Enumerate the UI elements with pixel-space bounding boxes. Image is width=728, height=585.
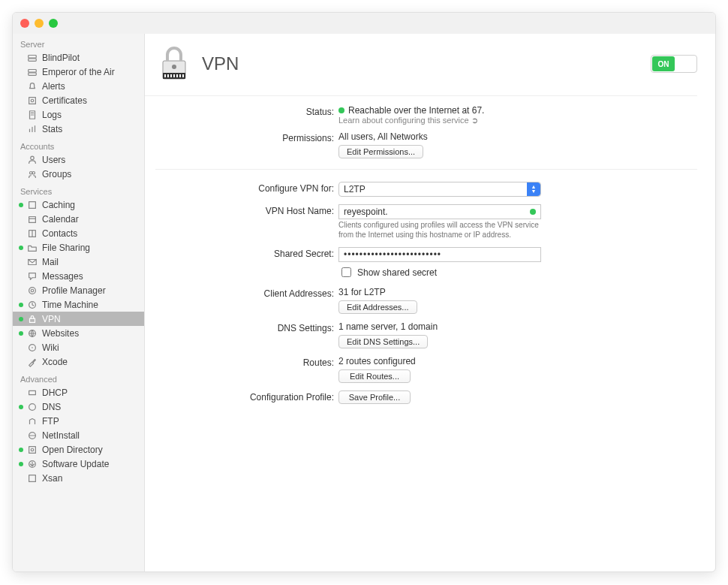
sidebar-item-netinstall[interactable]: NetInstall — [13, 428, 144, 442]
service-running-dot — [19, 405, 23, 409]
svg-rect-38 — [164, 74, 166, 77]
sidebar-item-xsan[interactable]: Xsan — [13, 471, 144, 485]
hostname-label: VPN Host Name: — [155, 204, 338, 240]
sidebar-item-softwareupdate[interactable]: Software Update — [13, 457, 144, 471]
sidebar-item-label: DNS — [42, 402, 61, 412]
hostname-input[interactable]: reyespoint. — [338, 204, 541, 219]
sidebar-item-opendirectory[interactable]: Open Directory — [13, 442, 144, 457]
sidebar-item-blindpilot[interactable]: BlindPilot — [13, 50, 144, 65]
server-app-window: ServerBlindPilotEmperor of the AirAlerts… — [12, 12, 716, 572]
sidebar-item-filesharing[interactable]: File Sharing — [13, 240, 144, 255]
show-shared-secret-checkbox[interactable] — [341, 267, 351, 277]
sidebar-item-label: NetInstall — [42, 430, 80, 441]
sidebar-item-label: Contacts — [42, 228, 77, 239]
sidebar-item-profilemgr[interactable]: Profile Manager — [13, 283, 144, 297]
dhcp-icon — [26, 387, 38, 398]
permissions-label: Permissions: — [155, 131, 338, 158]
service-running-dot — [19, 203, 23, 207]
edit-permissions-button[interactable]: Edit Permissions... — [338, 145, 423, 158]
sidebar-item-label: Mail — [42, 257, 59, 267]
status-label: Status: — [155, 105, 338, 125]
svg-point-14 — [32, 171, 35, 174]
svg-rect-0 — [28, 55, 36, 58]
sidebar-item-users[interactable]: Users — [13, 152, 144, 167]
svg-rect-39 — [167, 74, 169, 77]
sidebar-item-alerts[interactable]: Alerts — [13, 79, 144, 93]
svg-rect-1 — [28, 58, 36, 61]
svg-rect-2 — [28, 69, 36, 72]
sidebar-item-contacts[interactable]: Contacts — [13, 226, 144, 240]
user-icon — [26, 154, 38, 165]
sidebar-item-label: Software Update — [42, 459, 109, 469]
section-divider — [155, 169, 697, 170]
sidebar-item-vpn[interactable]: VPN — [13, 312, 144, 326]
sidebar-item-label: VPN — [42, 314, 61, 324]
sidebar-item-caching[interactable]: Caching — [13, 198, 144, 212]
window-controls — [20, 19, 58, 28]
wiki-icon: * — [26, 342, 38, 353]
sidebar-item-timemachine[interactable]: Time Machine — [13, 297, 144, 312]
status-value: Reachable over the Internet at 67. — [348, 105, 484, 116]
configure-vpn-select[interactable]: L2TP ▲▼ — [338, 182, 541, 197]
msg-icon — [26, 270, 38, 282]
svg-rect-40 — [170, 74, 172, 77]
sidebar-item-label: FTP — [42, 416, 59, 427]
folder-icon — [26, 242, 38, 253]
sidebar-item-label: Alerts — [42, 81, 65, 92]
sidebar-item-label: Caching — [42, 200, 75, 210]
svg-rect-15 — [29, 201, 35, 208]
sidebar-item-ftp[interactable]: FTP — [13, 414, 144, 428]
service-header: VPN ON — [145, 44, 697, 96]
sidebar-item-websites[interactable]: Websites — [13, 326, 144, 340]
svg-rect-35 — [29, 475, 35, 481]
sidebar-item-emperor[interactable]: Emperor of the Air — [13, 65, 144, 79]
bell-icon — [26, 80, 38, 92]
svg-point-5 — [31, 99, 34, 102]
sidebar-item-label: DHCP — [42, 387, 68, 398]
status-indicator-icon — [338, 107, 344, 113]
cert-icon — [26, 95, 38, 106]
xsan-icon — [26, 472, 38, 484]
sidebar-item-stats[interactable]: Stats — [13, 122, 144, 136]
sidebar-item-dns[interactable]: DNS — [13, 400, 144, 414]
edit-routes-button[interactable]: Edit Routes... — [338, 369, 411, 383]
svg-rect-24 — [29, 318, 35, 322]
service-running-dot — [19, 303, 23, 307]
sidebar-item-groups[interactable]: Groups — [13, 167, 144, 181]
svg-point-33 — [31, 448, 34, 451]
zoom-window-button[interactable] — [49, 19, 58, 28]
edit-addresses-button[interactable]: Edit Addresses... — [338, 300, 417, 314]
client-addresses-value: 31 for L2TP — [338, 287, 386, 297]
dns-icon — [26, 401, 38, 412]
sidebar-item-calendar[interactable]: Calendar — [13, 212, 144, 226]
service-running-dot — [19, 246, 23, 250]
service-toggle[interactable]: ON — [651, 55, 697, 73]
status-learn-link[interactable]: Learn about configuring this service ➲ — [338, 116, 478, 125]
sidebar-item-certificates[interactable]: Certificates — [13, 93, 144, 107]
show-shared-secret-row[interactable]: Show shared secret — [338, 265, 437, 279]
shared-secret-input[interactable]: ••••••••••••••••••••••••• — [338, 247, 541, 262]
sidebar-item-mail[interactable]: Mail — [13, 255, 144, 269]
sidebar-item-label: Stats — [42, 124, 62, 134]
sidebar: ServerBlindPilotEmperor of the AirAlerts… — [13, 34, 145, 571]
config-profile-label: Configuration Profile: — [155, 391, 338, 404]
book-icon — [26, 228, 38, 239]
svg-rect-32 — [29, 446, 35, 453]
od-icon — [26, 444, 38, 455]
sidebar-item-logs[interactable]: Logs — [13, 107, 144, 122]
save-profile-button[interactable]: Save Profile... — [338, 391, 411, 404]
sidebar-item-messages[interactable]: Messages — [13, 269, 144, 283]
sidebar-item-dhcp[interactable]: DHCP — [13, 385, 144, 400]
hostname-valid-icon — [530, 209, 536, 215]
sidebar-item-label: Groups — [42, 169, 71, 179]
svg-point-21 — [29, 287, 35, 294]
server-icon — [26, 52, 38, 63]
sidebar-item-wiki[interactable]: *Wiki — [13, 340, 144, 354]
svg-rect-4 — [29, 97, 35, 104]
sidebar-item-label: Emperor of the Air — [42, 67, 115, 77]
minimize-window-button[interactable] — [35, 19, 44, 28]
sidebar-item-xcode[interactable]: Xcode — [13, 354, 144, 369]
close-window-button[interactable] — [20, 19, 29, 28]
edit-dns-button[interactable]: Edit DNS Settings... — [338, 335, 428, 348]
ftp-icon — [26, 415, 38, 427]
